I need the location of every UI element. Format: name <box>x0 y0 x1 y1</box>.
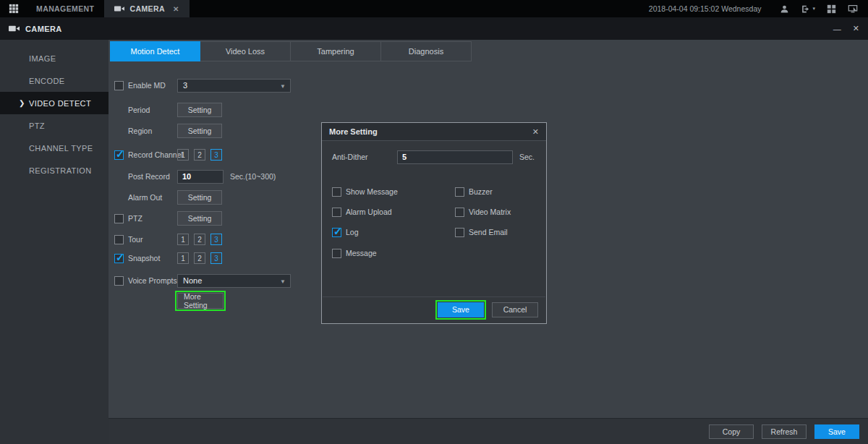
video-matrix-checkbox[interactable] <box>455 208 464 217</box>
tab-video-loss[interactable]: Video Loss <box>200 41 291 61</box>
post-record-label: Post Record <box>128 172 170 181</box>
enable-md-label: Enable MD <box>128 81 166 90</box>
camera-icon <box>9 25 20 33</box>
enable-md-checkbox[interactable] <box>114 81 124 90</box>
ptz-row: PTZ Setting <box>114 211 142 226</box>
buzzer-option: Buzzer <box>455 187 493 197</box>
management-tab-label: MANAGEMENT <box>36 4 94 13</box>
camera-tab-label: CAMERA <box>129 4 164 13</box>
voice-prompts-dropdown[interactable]: None ▼ <box>177 274 291 288</box>
tab-diagnosis[interactable]: Diagnosis <box>381 41 472 61</box>
sidebar-item-ptz[interactable]: ❯ PTZ <box>0 114 109 137</box>
sidebar-item-channel-type[interactable]: ❯ CHANNEL TYPE <box>0 137 109 159</box>
sidebar-item-label: VIDEO DETECT <box>29 99 91 108</box>
send-email-option: Send Email <box>455 227 508 237</box>
region-label: Region <box>128 127 152 135</box>
record-channel-3[interactable]: 3 <box>210 149 222 161</box>
enable-md-dropdown[interactable]: 3 ▼ <box>177 79 291 93</box>
camera-tab-close-icon[interactable]: ✕ <box>173 5 179 13</box>
post-record-input[interactable] <box>177 170 224 184</box>
dialog-cancel-button[interactable]: Cancel <box>492 302 538 317</box>
record-channel-2[interactable]: 2 <box>194 149 205 161</box>
tour-row: Tour 1 2 3 <box>114 232 142 247</box>
snapshot-channel-1[interactable]: 1 <box>177 252 189 264</box>
voice-prompts-checkbox[interactable] <box>114 276 124 286</box>
dialog-separator <box>323 296 545 297</box>
datetime-display: 2018-04-04 09:15:02 Wednesday <box>649 4 762 13</box>
sidebar-item-video-detect[interactable]: ❯ VIDEO DETECT <box>0 92 109 114</box>
copy-button[interactable]: Copy <box>709 424 754 439</box>
ptz-setting-button[interactable]: Setting <box>177 211 222 226</box>
tab-motion-detect[interactable]: Motion Detect <box>110 41 200 61</box>
period-label: Period <box>128 106 150 114</box>
message-option: Message <box>332 248 377 258</box>
period-row: Period Setting <box>114 103 150 117</box>
snapshot-row: Snapshot 1 2 3 <box>114 251 160 265</box>
video-matrix-option: Video Matrix <box>455 207 511 217</box>
sidebar-item-encode[interactable]: ❯ ENCODE <box>0 69 109 92</box>
tour-channel-1[interactable]: 1 <box>177 234 189 245</box>
show-message-checkbox[interactable] <box>332 187 341 197</box>
voice-prompts-label: Voice Prompts <box>128 276 177 285</box>
main-menu-grid-icon[interactable] <box>0 0 26 17</box>
log-checkbox[interactable] <box>332 228 341 237</box>
tour-channel-3[interactable]: 3 <box>210 234 222 245</box>
tab-tampering[interactable]: Tampering <box>291 41 381 61</box>
alarm-out-setting-button[interactable]: Setting <box>177 190 222 205</box>
refresh-button[interactable]: Refresh <box>762 424 807 439</box>
video-matrix-label: Video Matrix <box>469 208 511 216</box>
message-checkbox[interactable] <box>332 249 341 258</box>
sidebar-item-label: CHANNEL TYPE <box>29 144 93 153</box>
tour-checkbox[interactable] <box>114 235 124 244</box>
app-window: MANAGEMENT CAMERA ✕ 2018-04-04 09:15:02 … <box>0 0 868 444</box>
buzzer-checkbox[interactable] <box>455 187 464 197</box>
sidebar-item-image[interactable]: ❯ IMAGE <box>0 47 109 69</box>
window-title: CAMERA <box>25 25 62 33</box>
alarm-upload-option: Alarm Upload <box>332 207 392 217</box>
snapshot-checkbox[interactable] <box>114 254 124 263</box>
save-button[interactable]: Save <box>814 424 859 439</box>
voice-prompts-row: Voice Prompts None ▼ <box>114 273 177 288</box>
sidebar-item-label: PTZ <box>29 121 45 130</box>
ptz-checkbox[interactable] <box>114 214 124 223</box>
close-icon[interactable]: ✕ <box>853 24 859 33</box>
record-channel-checkbox[interactable] <box>114 150 124 160</box>
tour-label: Tour <box>128 235 142 244</box>
snapshot-channel-3[interactable]: 3 <box>210 252 222 264</box>
system-top-bar: MANAGEMENT CAMERA ✕ 2018-04-04 09:15:02 … <box>0 0 868 17</box>
management-tab[interactable]: MANAGEMENT <box>26 0 104 17</box>
anti-dither-label: Anti-Dither <box>332 153 384 161</box>
display-icon[interactable] <box>848 4 858 14</box>
user-icon[interactable] <box>780 4 789 14</box>
log-option: Log <box>332 227 359 237</box>
more-setting-row: More Setting <box>114 294 128 308</box>
ptz-label: PTZ <box>128 214 142 223</box>
anti-dither-input[interactable] <box>397 150 513 164</box>
more-setting-dialog: More Setting ✕ Anti-Dither Sec. Show Mes… <box>321 122 547 324</box>
active-arrow-icon: ❯ <box>19 99 25 107</box>
chevron-down-icon: ▼ <box>280 278 286 285</box>
message-label: Message <box>346 249 377 257</box>
minimize-icon[interactable]: — <box>833 25 841 33</box>
tour-channel-2[interactable]: 2 <box>194 234 205 245</box>
record-channel-label: Record Channel <box>128 150 183 159</box>
record-channel-1[interactable]: 1 <box>177 149 189 161</box>
chevron-down-icon: ▼ <box>280 83 286 90</box>
alarm-out-row: Alarm Out Setting <box>114 190 162 205</box>
send-email-checkbox[interactable] <box>455 228 464 237</box>
alarm-upload-checkbox[interactable] <box>332 208 341 217</box>
dialog-close-icon[interactable]: ✕ <box>532 127 539 137</box>
more-setting-button[interactable]: More Setting <box>177 293 224 309</box>
window-title-bar: CAMERA — ✕ <box>0 17 868 40</box>
dialog-save-button[interactable]: Save <box>438 302 484 317</box>
sidebar-item-registration[interactable]: ❯ REGISTRATION <box>0 159 109 182</box>
buzzer-label: Buzzer <box>469 187 493 196</box>
snapshot-channel-2[interactable]: 2 <box>194 252 205 264</box>
logout-icon[interactable]: ▾ <box>801 4 815 14</box>
camera-tab[interactable]: CAMERA ✕ <box>104 0 189 17</box>
period-setting-button[interactable]: Setting <box>177 103 222 117</box>
region-setting-button[interactable]: Setting <box>177 124 222 138</box>
log-label: Log <box>346 228 359 236</box>
apps-grid-icon[interactable] <box>827 4 836 14</box>
show-message-label: Show Message <box>346 187 398 196</box>
